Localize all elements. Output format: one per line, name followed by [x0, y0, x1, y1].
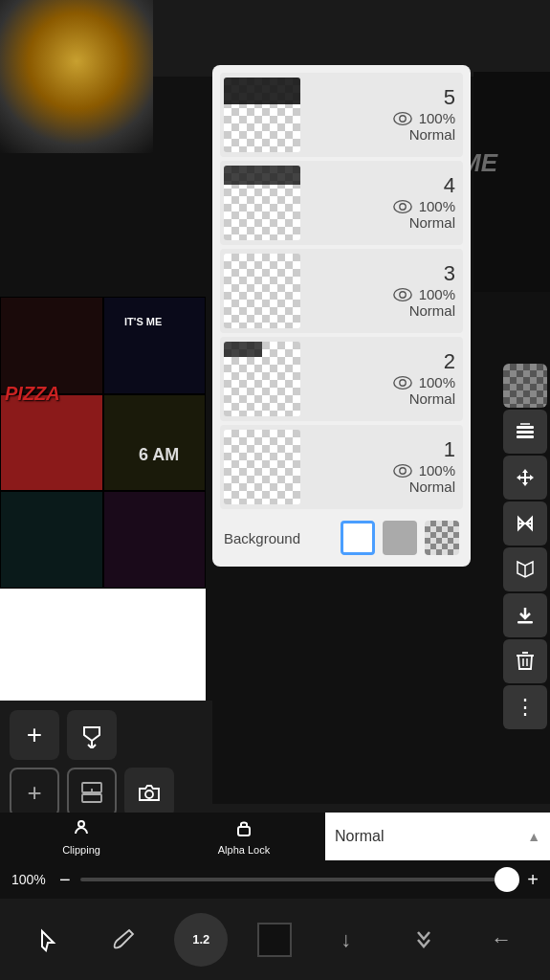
layer-1-thumb — [224, 430, 300, 504]
layers-btn[interactable] — [503, 410, 547, 454]
bottom-nav: 1.2 ↓ ← — [0, 899, 550, 980]
layer-3[interactable]: 3 100% Normal — [220, 249, 463, 333]
layer-3-visibility-icon[interactable] — [392, 287, 413, 302]
trash-btn[interactable] — [503, 639, 547, 683]
flip-icon — [515, 513, 536, 534]
layer-3-info: 3 100% Normal — [300, 263, 459, 319]
merge-down-btn[interactable] — [67, 768, 117, 817]
layer-panel: 5 100% Normal 4 100% — [212, 65, 471, 567]
opacity-value: 100% — [11, 872, 50, 887]
alpha-lock-icon — [234, 818, 253, 842]
layer-5-blend: Normal — [409, 126, 455, 143]
6am-text: 6 AM — [139, 445, 179, 465]
blend-mode-arrow-icon: ▲ — [527, 829, 540, 844]
alpha-lock-btn[interactable]: Alpha Lock — [163, 813, 325, 860]
svg-point-4 — [393, 288, 410, 301]
its-me-text: IT'S ME — [124, 316, 162, 327]
layer-2[interactable]: 2 100% Normal — [220, 337, 463, 421]
layer-5-opacity: 100% — [419, 110, 455, 126]
transform-icon — [515, 559, 536, 580]
layer-5-controls: 100% — [392, 110, 455, 126]
transform-btn[interactable] — [503, 547, 547, 591]
lock-svg — [234, 818, 253, 837]
merge-icon — [78, 722, 105, 748]
layer-3-thumb — [224, 254, 300, 328]
layer-2-thumb — [224, 342, 300, 416]
layer-5-info: 5 100% Normal — [300, 87, 459, 143]
svg-rect-13 — [517, 621, 533, 624]
layer-5-visibility-icon[interactable] — [392, 111, 413, 126]
fnaf-cell-1 — [0, 297, 103, 394]
background-row: Background — [220, 513, 463, 559]
svg-rect-10 — [517, 426, 534, 429]
download-btn[interactable] — [503, 593, 547, 637]
layer-2-number: 2 — [444, 351, 455, 372]
arrow-tool-btn[interactable] — [25, 916, 73, 964]
layer-1-blend: Normal — [409, 479, 455, 495]
layer-5-content — [224, 78, 300, 104]
layer-2-info: 2 100% Normal — [300, 351, 459, 407]
bottom-left-toolbar: + + — [0, 701, 212, 827]
layer-1-opacity: 100% — [419, 462, 455, 479]
opacity-minus-btn[interactable]: − — [59, 869, 71, 891]
layer-2-controls: 100% — [392, 374, 455, 390]
bg-swatch-white[interactable] — [341, 521, 375, 555]
layer-4-blend: Normal — [409, 214, 455, 231]
layer-3-controls: 100% — [392, 286, 455, 302]
brush-tool-btn[interactable] — [102, 919, 144, 961]
fnaf-cell-6 — [103, 491, 207, 589]
clipping-btn[interactable]: Clipping — [0, 813, 163, 860]
nav-double-down-btn[interactable] — [400, 916, 448, 964]
clip-svg — [72, 818, 91, 837]
move-icon — [515, 467, 536, 488]
camera-btn[interactable] — [124, 768, 174, 817]
right-toolbar: ⋮ — [500, 364, 550, 729]
layer-1-info: 1 100% Normal — [300, 439, 459, 495]
layer-2-visibility-icon[interactable] — [392, 375, 413, 390]
layer-2-opacity: 100% — [419, 374, 455, 390]
opacity-plus-btn[interactable]: + — [527, 869, 539, 891]
layer-4-visibility-icon[interactable] — [392, 199, 413, 214]
opacity-thumb — [495, 867, 519, 892]
layer-2-blend: Normal — [409, 390, 455, 407]
bg-swatch-checker[interactable] — [425, 521, 459, 555]
layer-5[interactable]: 5 100% Normal — [220, 73, 463, 157]
layer-1-controls: 100% — [392, 462, 455, 479]
blend-mode-bar[interactable]: Normal ▲ — [325, 813, 550, 860]
svg-rect-15 — [82, 794, 101, 802]
layer-4-opacity: 100% — [419, 198, 455, 214]
checker-btn[interactable] — [503, 364, 547, 408]
merge-layer-btn[interactable] — [67, 710, 117, 760]
layer-2-content — [224, 342, 262, 357]
layer-1[interactable]: 1 100% Normal — [220, 425, 463, 509]
svg-point-2 — [393, 200, 410, 212]
clip-bar: Clipping Alpha Lock — [0, 813, 325, 860]
fnaf-cell-4 — [103, 394, 207, 492]
layer-4-info: 4 100% Normal — [300, 175, 459, 231]
add-layer-btn[interactable]: + — [10, 710, 59, 760]
svg-point-3 — [399, 203, 405, 209]
svg-point-5 — [399, 291, 405, 297]
opacity-slider[interactable] — [80, 878, 518, 881]
add-layer-outline-btn[interactable]: + — [10, 768, 59, 817]
double-arrow-icon — [411, 927, 436, 952]
brush-size-btn[interactable]: 1.2 — [174, 913, 228, 967]
svg-point-9 — [399, 467, 405, 473]
svg-point-1 — [399, 115, 405, 121]
download-icon — [515, 605, 536, 626]
clipping-label: Clipping — [62, 844, 100, 856]
layer-4[interactable]: 4 100% Normal — [220, 161, 463, 245]
nav-arrow-down-btn[interactable]: ↓ — [322, 916, 370, 964]
more-btn[interactable]: ⋮ — [503, 685, 547, 729]
svg-point-16 — [145, 791, 153, 798]
svg-point-0 — [393, 112, 410, 124]
move-btn[interactable] — [503, 456, 547, 500]
back-btn[interactable]: ← — [477, 916, 525, 964]
canvas-preview — [0, 297, 206, 589]
layer-1-visibility-icon[interactable] — [392, 463, 413, 479]
fnaf-cell-3 — [0, 394, 103, 492]
flip-btn[interactable] — [503, 501, 547, 546]
color-swatch[interactable] — [257, 923, 292, 957]
svg-rect-12 — [517, 435, 534, 438]
bg-swatch-gray[interactable] — [383, 521, 417, 555]
